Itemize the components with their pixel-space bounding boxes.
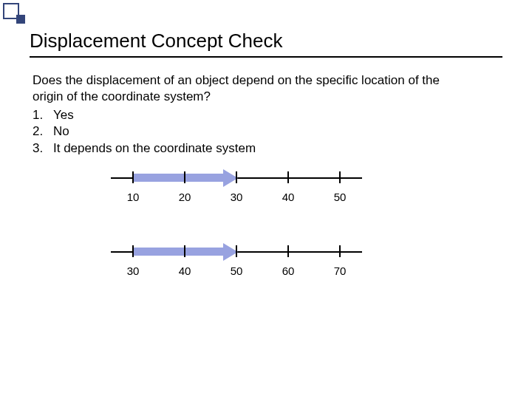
- option-text: No: [53, 123, 69, 140]
- axis-tick-label: 50: [231, 265, 243, 277]
- axis-tick-label: 10: [127, 191, 140, 203]
- axis-tick-label: 40: [282, 191, 295, 203]
- option-number: 2.: [33, 123, 53, 140]
- option-number: 3.: [33, 140, 53, 157]
- option-row: 3.It depends on the coordinate system: [33, 140, 505, 157]
- options-list: 1.Yes2.No3.It depends on the coordinate …: [33, 107, 505, 157]
- number-line: 1020304050: [0, 170, 532, 214]
- slide-title: Displacement Concept Check: [30, 30, 283, 52]
- option-row: 1.Yes: [33, 107, 505, 123]
- axis-tick-label: 70: [334, 265, 347, 277]
- body-text: Does the displacement of an object depen…: [33, 72, 505, 157]
- title-underline: [30, 56, 502, 58]
- axis-tick-label: 50: [334, 191, 347, 203]
- axis-tick: [339, 171, 341, 183]
- question-line-2: origin of the coordinate system?: [33, 89, 505, 105]
- axis-tick-label: 40: [179, 265, 191, 277]
- number-lines-area: 10203040503040506070: [0, 170, 532, 318]
- axis-tick: [236, 171, 237, 183]
- displacement-arrow-shaft: [133, 174, 225, 182]
- axis-tick: [339, 245, 341, 257]
- option-text: It depends on the coordinate system: [53, 140, 256, 157]
- option-row: 2.No: [33, 123, 505, 140]
- displacement-arrow-shaft: [133, 248, 225, 256]
- axis-tick: [287, 245, 289, 257]
- axis-tick-label: 30: [127, 265, 140, 277]
- axis-tick-label: 30: [231, 191, 243, 203]
- axis-tick: [132, 171, 134, 183]
- corner-decoration: [0, 0, 30, 30]
- axis-tick: [184, 171, 185, 183]
- axis-tick: [236, 245, 237, 257]
- option-text: Yes: [53, 107, 74, 123]
- axis-tick-label: 20: [179, 191, 191, 203]
- question-line-1: Does the displacement of an object depen…: [33, 72, 505, 89]
- number-line: 3040506070: [0, 244, 532, 288]
- axis-tick-label: 60: [282, 265, 295, 277]
- axis-tick: [287, 171, 289, 183]
- square-filled-icon: [16, 15, 25, 24]
- option-number: 1.: [33, 107, 53, 123]
- axis-tick: [184, 245, 185, 257]
- axis-tick: [132, 245, 134, 257]
